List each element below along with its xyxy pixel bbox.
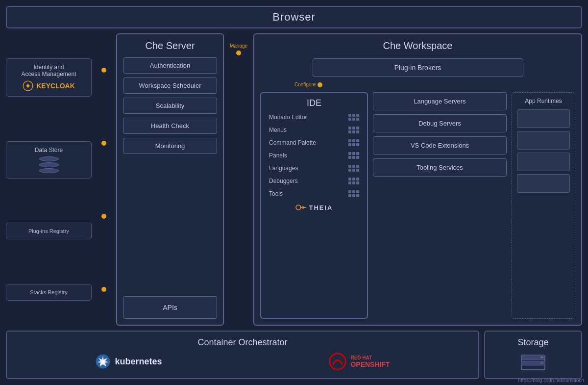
server-item-apis: APIs bbox=[123, 296, 217, 319]
ide-item-languages: Languages bbox=[266, 163, 362, 173]
connectors-area bbox=[97, 33, 111, 326]
runtime-block-2 bbox=[517, 131, 570, 150]
ide-title: IDE bbox=[266, 98, 362, 108]
storage-icon-wrapper bbox=[495, 353, 571, 372]
data-store-card: Data Store bbox=[6, 141, 92, 179]
kubernetes-icon bbox=[95, 354, 111, 369]
server-item-authentication: Authentication bbox=[123, 57, 217, 74]
svg-point-1 bbox=[27, 85, 29, 87]
plugins-registry-label: Plug-ins Registry bbox=[12, 228, 85, 234]
connector-dot-1 bbox=[101, 68, 106, 73]
che-workspace-title: Che Workspace bbox=[260, 40, 575, 51]
stacks-registry-label: Stacks Registry bbox=[12, 289, 85, 295]
runtime-block-3 bbox=[517, 153, 570, 171]
openshift-line1: RED HAT bbox=[350, 355, 390, 360]
ide-dots-monaco bbox=[348, 114, 359, 121]
server-item-workspace-scheduler: Workspace Scheduler bbox=[123, 77, 217, 94]
storage-box: Storage bbox=[484, 331, 582, 379]
server-item-monitoring: Monitoring bbox=[123, 138, 217, 154]
configure-dot bbox=[318, 82, 322, 87]
container-orch-title: Container Orchestrator bbox=[17, 337, 468, 348]
runtime-block-4 bbox=[517, 174, 570, 193]
openshift-text: RED HAT OPENSHIFT bbox=[350, 355, 390, 368]
browser-title: Browser bbox=[272, 11, 316, 23]
plugin-vscode-extensions: VS Code Extensions bbox=[373, 136, 507, 154]
kubernetes-label: kubernetes bbox=[115, 357, 162, 367]
left-panel: Identity andAccess Management KEYCLOAK D… bbox=[6, 33, 92, 326]
ide-dots-command bbox=[348, 139, 359, 146]
ide-dots-panels bbox=[348, 152, 359, 159]
server-item-scalability: Scalability bbox=[123, 98, 217, 114]
app-runtimes-title: App Runtimes bbox=[517, 98, 570, 104]
ide-box: IDE Monaco Editor Menus bbox=[260, 92, 368, 319]
openshift-line2: OPENSHIFT bbox=[350, 360, 390, 368]
plugins-panel: Language Servers Debug Servers VS Code E… bbox=[373, 92, 507, 319]
server-item-health-check: Health Check bbox=[123, 118, 217, 134]
plugin-language-servers: Language Servers bbox=[373, 92, 507, 110]
connector-dot-3 bbox=[101, 214, 106, 219]
manage-label: Manage bbox=[230, 43, 247, 49]
manage-area: Manage bbox=[229, 33, 248, 326]
plugin-tooling-services: Tooling Services bbox=[373, 158, 507, 177]
theia-label: THEIA bbox=[309, 204, 333, 211]
middle-row: Identity andAccess Management KEYCLOAK D… bbox=[6, 33, 582, 326]
data-store-title: Data Store bbox=[12, 147, 85, 154]
openshift-icon bbox=[329, 353, 346, 370]
che-server-title: Che Server bbox=[123, 40, 217, 51]
plugin-brokers-wrapper: Plug-in Brokers bbox=[260, 58, 575, 77]
che-workspace-box: Che Workspace Plug-in Brokers Configure … bbox=[253, 33, 582, 326]
theia-logo: THEIA bbox=[266, 204, 362, 211]
orch-logos: kubernetes RED HAT OPENSHIFT bbox=[17, 353, 468, 370]
storage-icon bbox=[518, 353, 548, 372]
database-icon bbox=[12, 156, 85, 173]
ide-item-monaco: Monaco Editor bbox=[266, 112, 362, 122]
plugins-registry-card: Plug-ins Registry bbox=[6, 223, 92, 239]
identity-card: Identity andAccess Management KEYCLOAK bbox=[6, 58, 92, 97]
openshift-logo: RED HAT OPENSHIFT bbox=[329, 353, 390, 370]
app-runtimes-box: App Runtimes bbox=[512, 92, 575, 319]
plugin-brokers-bar: Plug-in Brokers bbox=[313, 58, 523, 77]
keycloak-logo: KEYCLOAK bbox=[12, 80, 85, 91]
manage-connector-dot bbox=[236, 51, 241, 55]
ide-item-tools: Tools bbox=[266, 189, 362, 199]
ide-dots-menus bbox=[348, 127, 359, 133]
ide-item-menus: Menus bbox=[266, 125, 362, 135]
storage-title: Storage bbox=[495, 337, 571, 348]
stacks-registry-card: Stacks Registry bbox=[6, 284, 92, 301]
plugin-debug-servers: Debug Servers bbox=[373, 114, 507, 132]
bottom-row: Container Orchestrator kubernetes bbox=[6, 331, 582, 379]
workspace-inner: IDE Monaco Editor Menus bbox=[260, 92, 575, 319]
identity-title: Identity andAccess Management bbox=[12, 64, 85, 77]
theia-icon bbox=[295, 204, 306, 211]
ide-dots-languages bbox=[348, 165, 359, 172]
keycloak-icon bbox=[23, 80, 33, 91]
footer-url: https://blog.csdn.net/liumiaocn bbox=[518, 378, 584, 383]
svg-point-5 bbox=[330, 354, 345, 369]
svg-point-4 bbox=[102, 360, 104, 362]
ide-item-panels: Panels bbox=[266, 151, 362, 160]
configure-area: Configure bbox=[260, 82, 575, 87]
main-wrapper: Browser Identity andAccess Management KE… bbox=[0, 0, 588, 385]
container-orchestrator-box: Container Orchestrator kubernetes bbox=[6, 331, 479, 379]
connector-dot-2 bbox=[101, 141, 106, 146]
ide-item-debuggers: Debuggers bbox=[266, 176, 362, 186]
kubernetes-logo: kubernetes bbox=[95, 354, 162, 369]
che-server-box: Che Server Authentication Workspace Sche… bbox=[116, 33, 224, 326]
keycloak-label: KEYCLOAK bbox=[36, 82, 75, 90]
ide-dots-debuggers bbox=[348, 178, 359, 184]
runtime-block-1 bbox=[517, 109, 570, 128]
connector-dot-4 bbox=[101, 287, 106, 292]
configure-label: Configure bbox=[294, 82, 316, 87]
browser-box: Browser bbox=[6, 6, 582, 28]
ide-item-command-palette: Command Palette bbox=[266, 138, 362, 148]
ide-dots-tools bbox=[348, 190, 359, 197]
svg-point-2 bbox=[296, 205, 301, 210]
